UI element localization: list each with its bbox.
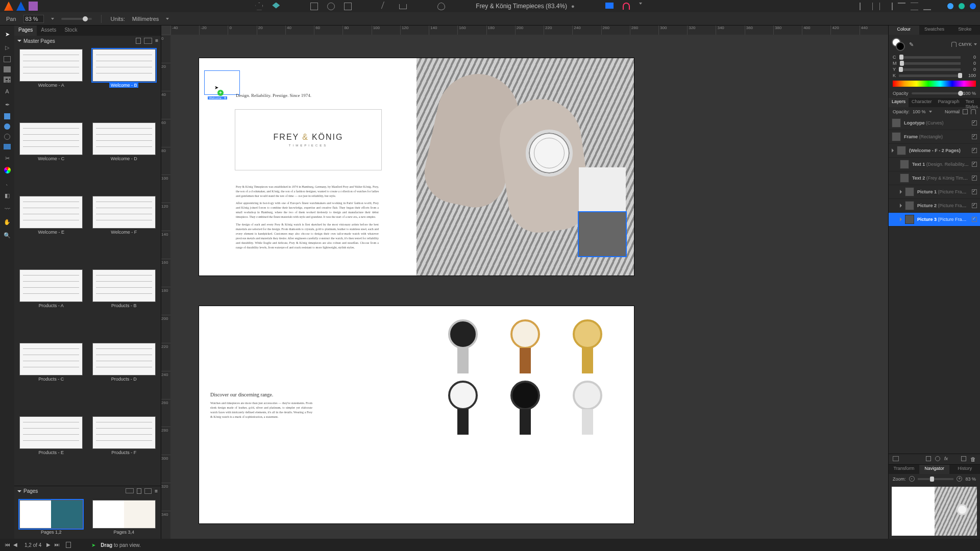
master-thumbnail[interactable] <box>92 416 156 449</box>
help-icon[interactable] <box>959 3 965 9</box>
spread-1-2[interactable]: Welcome - B ➤ + Design. Reliability. Pre… <box>199 58 634 276</box>
crop-icon[interactable] <box>344 3 352 10</box>
master-page-item[interactable]: Welcome - B <box>90 49 158 118</box>
cmyk-slider[interactable] <box>899 56 961 59</box>
single-page-icon[interactable] <box>136 38 141 44</box>
navigator-preview[interactable] <box>892 487 977 536</box>
delete-layer-icon[interactable]: 🗑 <box>970 456 976 462</box>
artistic-text-tool[interactable] <box>4 56 11 62</box>
pan-tool[interactable]: ✋ <box>3 217 12 227</box>
last-page-icon[interactable]: ⏭ <box>55 542 61 548</box>
layer-name[interactable]: Logotype (Curves) <box>904 120 969 126</box>
layer-disclosure-icon[interactable] <box>900 190 902 194</box>
layer-row[interactable]: Frame (Rectangle) <box>889 130 980 144</box>
facing-pages-icon[interactable] <box>144 38 152 44</box>
layer-name[interactable]: (Welcome - F - 2 Pages) <box>909 148 969 153</box>
status-pages-icon[interactable] <box>66 542 71 548</box>
master-page-item[interactable]: Welcome - E <box>17 196 85 265</box>
layer-visibility-checkbox[interactable] <box>972 120 977 126</box>
master-thumbnail[interactable] <box>19 416 83 449</box>
tab-navigator[interactable]: Navigator <box>919 465 950 474</box>
master-label[interactable]: Welcome - A <box>38 83 64 88</box>
preview-icon[interactable] <box>437 3 445 10</box>
master-label[interactable]: Products - C <box>38 377 64 382</box>
master-thumbnail[interactable] <box>92 269 156 302</box>
anchor-icon[interactable] <box>399 4 407 9</box>
spread-item[interactable]: Pages 3,4 <box>90 500 158 535</box>
master-thumbnail[interactable] <box>92 343 156 375</box>
body-para-3[interactable]: The design of each and every Frey & Köni… <box>236 222 379 250</box>
page-3[interactable]: Discover our discerning range. Watches a… <box>199 306 416 523</box>
tab-stroke[interactable]: Stroke <box>949 26 980 35</box>
align-vcenter-icon[interactable] <box>911 3 918 10</box>
master-page-item[interactable]: Products - B <box>90 269 158 339</box>
align-hcenter-icon[interactable] <box>872 3 880 10</box>
product-watch[interactable] <box>561 377 614 433</box>
layer-fx-icon[interactable] <box>963 109 968 114</box>
panel-menu-icon[interactable]: ≡ <box>155 38 158 44</box>
master-thumbnail[interactable] <box>19 122 83 155</box>
adjustment-icon[interactable] <box>935 456 940 461</box>
fill-tool[interactable]: ◧ <box>3 191 12 200</box>
layer-visibility-checkbox[interactable] <box>972 148 977 153</box>
master-page-item[interactable]: Products - A <box>17 269 85 339</box>
tab-textstyles[interactable]: Text Styles <box>963 98 980 107</box>
master-page-item[interactable]: Welcome - C <box>17 122 85 192</box>
table-tool[interactable] <box>4 77 11 83</box>
layer-row[interactable]: Picture 3 (Picture Frame) <box>889 213 980 227</box>
picture-2[interactable] <box>579 167 626 211</box>
tab-layers[interactable]: Layers <box>889 98 909 107</box>
text-tagline[interactable]: Design. Reliability. Prestige. Since 197… <box>236 93 311 98</box>
layer-visibility-checkbox[interactable] <box>972 203 977 208</box>
layer-row[interactable]: Picture 2 (Picture Frame) <box>889 199 980 213</box>
master-label[interactable]: Products - D <box>111 377 137 382</box>
vector-brush-tool[interactable]: 〰 <box>3 204 12 213</box>
ellipse-tool[interactable] <box>4 123 10 130</box>
master-thumbnail[interactable] <box>19 196 83 229</box>
picture-3[interactable] <box>579 212 626 256</box>
master-thumbnail[interactable] <box>92 196 156 229</box>
cmyk-value[interactable]: 0 <box>964 61 976 66</box>
zoom-dropdown-icon[interactable] <box>51 18 54 20</box>
mask-icon[interactable] <box>926 456 931 461</box>
blend-mode[interactable]: Normal <box>945 109 960 114</box>
layer-name[interactable]: Picture 3 (Picture Frame) <box>917 217 969 222</box>
master-label[interactable]: Products - B <box>111 303 137 308</box>
pentagon-icon[interactable] <box>255 3 263 10</box>
disclosure-icon[interactable] <box>17 490 21 492</box>
align-top-icon[interactable] <box>898 3 905 10</box>
cmyk-slider[interactable] <box>899 68 961 71</box>
units-dropdown-icon[interactable] <box>166 18 169 20</box>
page-1[interactable]: Welcome - B ➤ + Design. Reliability. Pre… <box>199 58 416 276</box>
product-watch[interactable] <box>437 315 489 371</box>
layer-name[interactable]: Text 2 (Frey & König Timepie <box>912 176 969 181</box>
master-pages-header[interactable]: Master Pages ≡ <box>14 36 161 46</box>
text-tool[interactable]: A <box>3 87 12 96</box>
layer-visibility-checkbox[interactable] <box>972 134 977 139</box>
zoom-slider[interactable] <box>61 18 92 20</box>
product-watch[interactable] <box>499 377 551 433</box>
master-label[interactable]: Welcome - D <box>111 156 137 161</box>
zoom-in-icon[interactable]: + <box>957 476 962 482</box>
master-thumbnail[interactable] <box>19 343 83 375</box>
colour-space-menu-icon[interactable] <box>974 43 977 45</box>
layer-row[interactable]: Text 2 (Frey & König Timepie <box>889 171 980 185</box>
circle-icon[interactable] <box>327 3 335 10</box>
master-label[interactable]: Welcome - F <box>111 230 137 235</box>
cmyk-slider[interactable] <box>899 74 961 77</box>
master-thumbnail[interactable] <box>92 49 156 82</box>
opacity-value[interactable]: 100 % <box>963 91 976 96</box>
layer-row[interactable]: Text 1 (Design. Reliability. Pr <box>889 158 980 171</box>
master-label[interactable]: Products - A <box>39 303 64 308</box>
spread-thumbnail[interactable] <box>92 500 156 529</box>
master-page-item[interactable]: Welcome - F <box>90 196 158 265</box>
rectangle-tool[interactable] <box>4 113 10 119</box>
tab-history[interactable]: History <box>949 465 980 474</box>
layers-stack-icon[interactable] <box>893 456 899 461</box>
image-icon[interactable] <box>310 3 318 10</box>
logotype-frame[interactable]: FREY & KÖNIG TIMEPIECES <box>235 109 382 170</box>
layer-row[interactable]: (Welcome - F - 2 Pages) <box>889 144 980 158</box>
tab-swatches[interactable]: Swatches <box>919 26 950 35</box>
master-page-item[interactable]: Products - D <box>90 343 158 412</box>
spread-3-4[interactable]: Discover our discerning range. Watches a… <box>199 306 634 523</box>
